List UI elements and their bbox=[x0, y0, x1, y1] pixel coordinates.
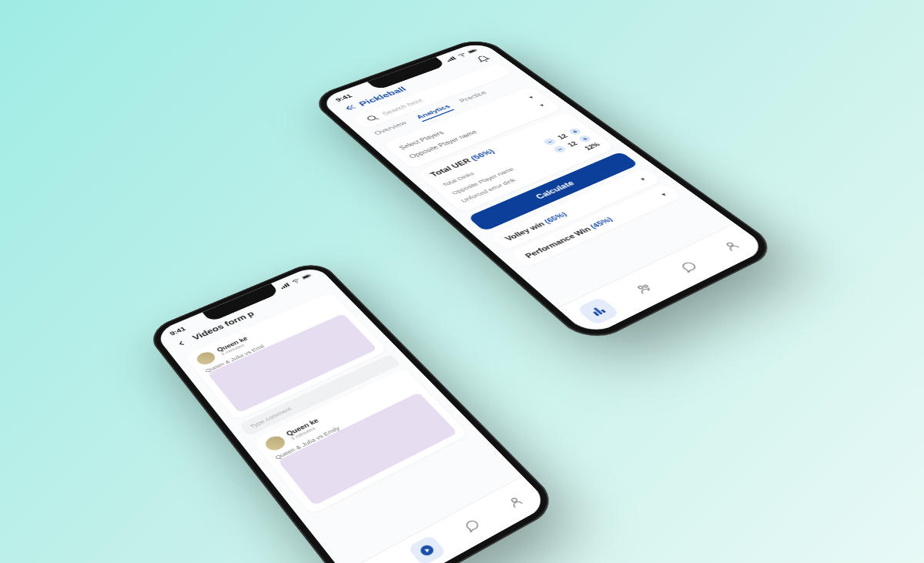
signal-icon bbox=[444, 55, 457, 62]
svg-rect-22 bbox=[593, 307, 602, 314]
battery-icon bbox=[301, 273, 313, 280]
svg-point-20 bbox=[367, 115, 377, 120]
brand-icon bbox=[342, 102, 359, 112]
nav-chat[interactable] bbox=[452, 510, 492, 541]
svg-rect-19 bbox=[475, 49, 477, 50]
svg-point-24 bbox=[637, 285, 643, 289]
svg-point-12 bbox=[511, 497, 517, 502]
svg-point-25 bbox=[643, 284, 648, 287]
search-icon bbox=[363, 113, 380, 123]
chevron-down-icon: ▼ bbox=[537, 102, 547, 108]
chevron-down-icon: ▼ bbox=[527, 95, 536, 99]
opposite-value: 12 bbox=[565, 139, 580, 147]
nav-people[interactable] bbox=[621, 274, 665, 302]
nav-analytics[interactable] bbox=[575, 296, 620, 325]
phone-mockup-videos: 9:41 Videos form p Queen ke 3 minutes bbox=[144, 258, 562, 563]
nav-profile[interactable] bbox=[496, 487, 535, 517]
svg-rect-23 bbox=[600, 309, 605, 313]
nav-play[interactable] bbox=[407, 534, 447, 563]
svg-rect-6 bbox=[310, 274, 311, 275]
svg-rect-21 bbox=[592, 311, 599, 316]
chevron-down-icon: ▼ bbox=[659, 191, 669, 197]
nav-profile[interactable] bbox=[710, 233, 753, 259]
back-arrow-icon[interactable] bbox=[173, 337, 189, 348]
bell-icon[interactable] bbox=[474, 54, 493, 63]
chevron-down-icon: ▼ bbox=[638, 176, 648, 182]
avatar bbox=[263, 434, 289, 453]
nav-grid[interactable] bbox=[360, 559, 400, 563]
phone-mockup-analytics: 9:41 Pickleball Search here Ove bbox=[308, 35, 782, 346]
bottom-nav bbox=[343, 475, 551, 563]
nav-chat[interactable] bbox=[667, 253, 711, 280]
bottom-nav bbox=[557, 223, 769, 337]
wifi-icon bbox=[290, 277, 302, 284]
svg-rect-0 bbox=[281, 287, 283, 289]
total-dinks-value: 12 bbox=[555, 132, 569, 140]
svg-point-11 bbox=[417, 543, 435, 557]
svg-point-26 bbox=[725, 242, 733, 246]
svg-rect-13 bbox=[447, 60, 450, 62]
signal-icon bbox=[279, 282, 291, 289]
wifi-icon bbox=[456, 52, 468, 58]
battery-icon bbox=[467, 48, 479, 54]
